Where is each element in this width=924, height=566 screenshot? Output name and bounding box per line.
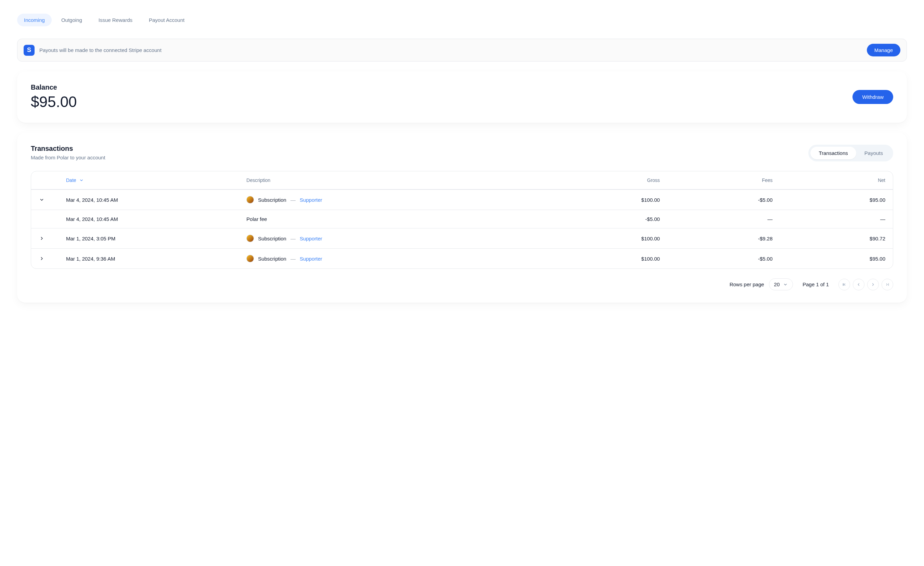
page-last-button[interactable] bbox=[882, 279, 893, 290]
stripe-icon: S bbox=[24, 45, 34, 56]
column-net: Net bbox=[773, 178, 885, 183]
cell-net: $90.72 bbox=[773, 236, 885, 241]
page-prev-button[interactable] bbox=[853, 279, 864, 290]
desc-link[interactable]: Supporter bbox=[300, 256, 322, 262]
table-row: Mar 4, 2024, 10:45 AM Polar fee -$5.00 —… bbox=[31, 210, 893, 228]
column-gross: Gross bbox=[547, 178, 660, 183]
cell-description: Subscription — Supporter bbox=[246, 196, 547, 204]
cell-description: Subscription — Supporter bbox=[246, 255, 547, 262]
desc-link[interactable]: Supporter bbox=[300, 197, 322, 203]
cell-date: Mar 1, 2024, 3:05 PM bbox=[66, 236, 246, 241]
transactions-table: Date Description Gross Fees Net Mar 4, 2… bbox=[31, 171, 893, 269]
table-row: Mar 4, 2024, 10:45 AM Subscription — Sup… bbox=[31, 189, 893, 210]
column-date[interactable]: Date bbox=[66, 178, 246, 183]
chevron-last-icon bbox=[885, 282, 890, 287]
expand-toggle[interactable] bbox=[39, 256, 45, 262]
desc-separator: — bbox=[291, 236, 296, 241]
page-next-button[interactable] bbox=[867, 279, 879, 290]
table-row: Mar 1, 2024, 9:36 AM Subscription — Supp… bbox=[31, 248, 893, 268]
avatar bbox=[246, 196, 254, 204]
cell-net: $95.00 bbox=[773, 256, 885, 262]
cell-gross: $100.00 bbox=[547, 236, 660, 241]
balance-amount: $95.00 bbox=[31, 93, 77, 111]
avatar bbox=[246, 235, 254, 242]
balance-card: Balance $95.00 Withdraw bbox=[17, 71, 907, 123]
desc-separator: — bbox=[291, 256, 296, 262]
page-first-button[interactable] bbox=[838, 279, 850, 290]
cell-gross: $100.00 bbox=[547, 197, 660, 203]
chevron-right-icon bbox=[39, 256, 45, 261]
payout-banner: S Payouts will be made to the connected … bbox=[17, 39, 907, 61]
desc-type: Subscription bbox=[258, 197, 286, 203]
avatar bbox=[246, 255, 254, 262]
pagination: Rows per page 20 Page 1 of 1 bbox=[31, 279, 893, 290]
transactions-subtitle: Made from Polar to your account bbox=[31, 154, 105, 160]
chevron-left-icon bbox=[856, 282, 861, 287]
cell-date: Mar 4, 2024, 10:45 AM bbox=[66, 197, 246, 203]
cell-fees: -$5.00 bbox=[660, 256, 772, 262]
cell-description: Subscription — Supporter bbox=[246, 235, 547, 242]
banner-text: Payouts will be made to the connected St… bbox=[39, 47, 867, 53]
column-fees: Fees bbox=[660, 178, 772, 183]
chevron-down-icon bbox=[783, 282, 788, 287]
desc-link[interactable]: Supporter bbox=[300, 236, 322, 241]
rows-per-page-select[interactable]: 20 bbox=[769, 279, 793, 290]
page-status: Page 1 of 1 bbox=[802, 282, 829, 287]
expand-toggle[interactable] bbox=[39, 235, 45, 241]
withdraw-button[interactable]: Withdraw bbox=[852, 90, 893, 104]
cell-date: Mar 4, 2024, 10:45 AM bbox=[66, 216, 246, 222]
rows-per-page-label: Rows per page bbox=[730, 282, 764, 287]
cell-net: $95.00 bbox=[773, 197, 885, 203]
cell-gross: -$5.00 bbox=[547, 216, 660, 222]
desc-type: Polar fee bbox=[246, 216, 267, 222]
transactions-card: Transactions Made from Polar to your acc… bbox=[17, 132, 907, 302]
desc-separator: — bbox=[291, 197, 296, 203]
nav-tab-issue-rewards[interactable]: Issue Rewards bbox=[92, 13, 139, 26]
chevron-right-icon bbox=[871, 282, 875, 287]
desc-type: Subscription bbox=[258, 256, 286, 262]
cell-date: Mar 1, 2024, 9:36 AM bbox=[66, 256, 246, 262]
transactions-segment: Transactions Payouts bbox=[808, 145, 893, 162]
desc-type: Subscription bbox=[258, 236, 286, 241]
cell-description: Polar fee bbox=[246, 216, 547, 222]
nav-tab-incoming[interactable]: Incoming bbox=[17, 13, 52, 26]
expand-toggle[interactable] bbox=[39, 197, 45, 203]
nav-tab-payout-account[interactable]: Payout Account bbox=[142, 13, 191, 26]
manage-button[interactable]: Manage bbox=[867, 44, 900, 57]
table-header: Date Description Gross Fees Net bbox=[31, 171, 893, 189]
table-row: Mar 1, 2024, 3:05 PM Subscription — Supp… bbox=[31, 228, 893, 248]
cell-fees: -$9.28 bbox=[660, 236, 772, 241]
nav-tab-outgoing[interactable]: Outgoing bbox=[54, 13, 89, 26]
cell-net: — bbox=[773, 216, 885, 222]
cell-fees: -$5.00 bbox=[660, 197, 772, 203]
chevron-down-icon bbox=[39, 197, 45, 202]
chevron-down-icon bbox=[79, 178, 84, 183]
cell-gross: $100.00 bbox=[547, 256, 660, 262]
cell-fees: — bbox=[660, 216, 772, 222]
column-description: Description bbox=[246, 178, 547, 183]
transactions-title: Transactions bbox=[31, 145, 105, 153]
segment-transactions[interactable]: Transactions bbox=[810, 147, 856, 159]
segment-payouts[interactable]: Payouts bbox=[856, 147, 891, 159]
chevron-right-icon bbox=[39, 236, 45, 241]
balance-label: Balance bbox=[31, 84, 77, 91]
nav-tabs: Incoming Outgoing Issue Rewards Payout A… bbox=[17, 13, 907, 26]
